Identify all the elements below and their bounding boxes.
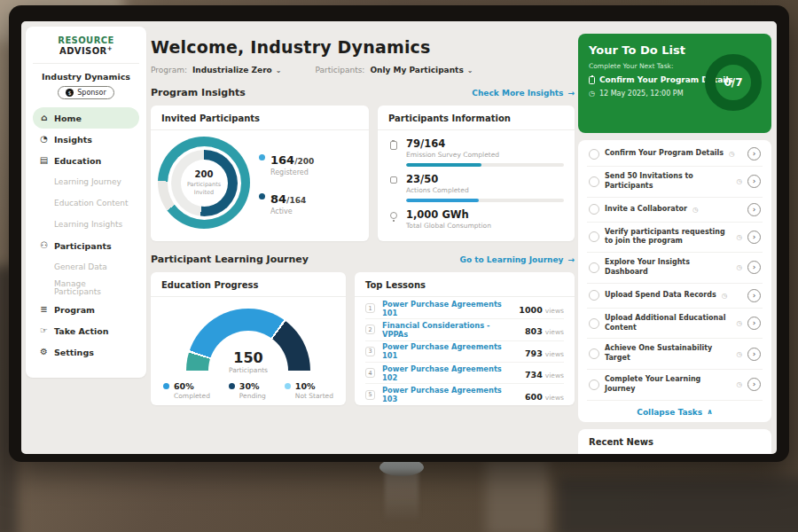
sidebar-item-label: Participants bbox=[54, 242, 112, 251]
sidebar-item-learning-insights[interactable]: Learning Insights bbox=[33, 214, 139, 235]
task-chevron-button[interactable]: › bbox=[747, 378, 761, 391]
lesson-row: 5 Power Purchase Agreements 103 600views bbox=[365, 384, 564, 405]
actions-icon bbox=[390, 176, 397, 184]
task-row[interactable]: Complete Your Learning Journey ◷ › bbox=[587, 370, 763, 401]
org-name: Industry Dynamics bbox=[33, 72, 139, 82]
survey-icon bbox=[390, 141, 397, 150]
program-filter-label: Program: bbox=[151, 66, 187, 74]
lesson-link[interactable]: Power Purchase Agreements 101 bbox=[382, 300, 512, 317]
task-row[interactable]: Confirm Your Program Details ◷ › bbox=[587, 142, 763, 167]
task-row[interactable]: Achieve One Sustainability Target ◷ › bbox=[587, 339, 763, 370]
lesson-link[interactable]: Power Purchase Agreements 103 bbox=[382, 386, 518, 403]
task-chevron-button[interactable]: › bbox=[747, 203, 761, 216]
task-chevron-button[interactable]: › bbox=[747, 348, 761, 361]
sponsor-icon: $ bbox=[66, 89, 74, 97]
check-more-insights-link[interactable]: Check More Insights → bbox=[472, 89, 575, 98]
desk-background: RESOURCE ADVISOR+ Industry Dynamics $ Sp… bbox=[0, 0, 798, 532]
arrow-right-icon: → bbox=[567, 255, 575, 264]
sidebar-item-label: Program bbox=[54, 306, 95, 315]
lesson-link[interactable]: Power Purchase Agreements 102 bbox=[382, 364, 518, 382]
todo-task-list: Confirm Your Program Details ◷ › Send 50… bbox=[578, 140, 771, 422]
rank-badge: 4 bbox=[365, 368, 375, 378]
legend-active: 84/164 Active bbox=[259, 190, 314, 215]
sidebar-item-label: Manage Participants bbox=[54, 280, 133, 296]
task-row[interactable]: Send 50 Invitations to Participants ◷ › bbox=[587, 167, 763, 198]
task-chevron-button[interactable]: › bbox=[747, 231, 761, 244]
participants-select[interactable]: Only My Participants ⌄ bbox=[370, 66, 473, 74]
sidebar-item-settings[interactable]: ⚙ Settings bbox=[33, 341, 139, 363]
timer-icon: ◷ bbox=[722, 292, 728, 300]
task-checkbox[interactable] bbox=[589, 231, 599, 242]
timer-icon: ◷ bbox=[736, 233, 742, 241]
sidebar-item-label: General Data bbox=[54, 263, 107, 271]
lesson-link[interactable]: Financial Considerations - VPPAs bbox=[382, 321, 518, 339]
recent-news-card: Recent News bbox=[578, 429, 771, 454]
home-icon: ⌂ bbox=[39, 113, 49, 122]
education-progress-card: Education Progress 150 Participants 60%C… bbox=[151, 272, 346, 405]
sidebar-item-label: Home bbox=[54, 114, 82, 123]
timer-icon: ◷ bbox=[729, 150, 735, 158]
sidebar-item-general-data[interactable]: General Data bbox=[33, 256, 139, 278]
task-row[interactable]: Verify participants requesting to join t… bbox=[587, 223, 763, 254]
main-content: Welcome, Industry Dynamics Program: Indu… bbox=[151, 21, 575, 454]
arrow-right-icon: → bbox=[567, 89, 575, 98]
sidebar-item-participants[interactable]: ⚇ Participants bbox=[33, 235, 139, 256]
participants-filter-label: Participants: bbox=[315, 66, 364, 74]
task-checkbox[interactable] bbox=[589, 379, 599, 390]
task-checkbox[interactable] bbox=[589, 318, 599, 329]
lesson-link[interactable]: Power Purchase Agreements 101 bbox=[382, 342, 518, 360]
task-row[interactable]: Invite a Collaborator ◷ › bbox=[587, 198, 763, 223]
clipboard-icon bbox=[589, 76, 595, 84]
go-to-learning-journey-link[interactable]: Go to Learning Journey → bbox=[460, 255, 575, 264]
task-chevron-button[interactable]: › bbox=[747, 289, 761, 302]
card-title: Invited Participants bbox=[151, 106, 369, 130]
timer-icon: ◷ bbox=[692, 206, 699, 214]
task-chevron-button[interactable]: › bbox=[747, 175, 761, 188]
task-row[interactable]: Explore Your Insights Dashboard ◷ › bbox=[587, 253, 763, 284]
program-select[interactable]: Industrialize Zero ⌄ bbox=[192, 66, 281, 74]
sidebar-item-program[interactable]: ≡ Program bbox=[33, 299, 139, 320]
task-row[interactable]: Upload Additional Educational Content ◷ … bbox=[587, 309, 763, 340]
learning-journey-title: Participant Learning Journey bbox=[151, 254, 309, 265]
sidebar-item-learning-journey[interactable]: Learning Journey bbox=[33, 171, 139, 192]
gauge-center-label: Participants bbox=[186, 366, 310, 374]
sidebar-item-education[interactable]: ▤ Education bbox=[33, 150, 139, 171]
recent-news-title: Recent News bbox=[589, 437, 761, 454]
task-checkbox[interactable] bbox=[589, 176, 599, 187]
task-chevron-button[interactable]: › bbox=[747, 147, 761, 160]
sidebar-item-label: Take Action bbox=[54, 327, 109, 336]
task-row[interactable]: Upload Spend Data Records ◷ › bbox=[587, 284, 763, 309]
sidebar-item-label: Education bbox=[54, 157, 101, 166]
task-checkbox[interactable] bbox=[589, 262, 599, 273]
lesson-row: 3 Power Purchase Agreements 101 793views bbox=[365, 341, 564, 363]
collapse-tasks-link[interactable]: Collapse Tasks ∧ bbox=[587, 401, 763, 421]
timer-icon: ◷ bbox=[736, 380, 742, 388]
donut-center-label: Participants Invited bbox=[185, 181, 223, 196]
task-chevron-button[interactable]: › bbox=[747, 317, 761, 330]
gear-icon: ⚙ bbox=[39, 348, 49, 356]
brand-logo: RESOURCE ADVISOR+ bbox=[33, 35, 139, 64]
task-checkbox[interactable] bbox=[589, 290, 599, 301]
sidebar: RESOURCE ADVISOR+ Industry Dynamics $ Sp… bbox=[26, 27, 146, 378]
task-checkbox[interactable] bbox=[589, 149, 599, 160]
monitor-bezel: RESOURCE ADVISOR+ Industry Dynamics $ Sp… bbox=[9, 5, 789, 462]
education-gauge-chart: 150 Participants bbox=[186, 309, 310, 371]
donut-center-value: 200 bbox=[195, 169, 214, 179]
lesson-row: 4 Power Purchase Agreements 102 734views bbox=[365, 363, 564, 384]
sidebar-item-education-content[interactable]: Education Content bbox=[33, 192, 139, 214]
rank-badge: 2 bbox=[365, 325, 375, 334]
task-chevron-button[interactable]: › bbox=[747, 261, 761, 274]
sidebar-item-insights[interactable]: ◔ Insights bbox=[33, 129, 139, 150]
stat-actions-completed: 23/50 Actions Completed bbox=[388, 173, 564, 202]
timer-icon: ◷ bbox=[736, 263, 742, 271]
brand-primary: RESOURCE bbox=[58, 35, 113, 45]
task-checkbox[interactable] bbox=[589, 204, 599, 215]
sidebar-nav: ⌂ Home ◔ Insights ▤ Education Learning J… bbox=[33, 107, 139, 363]
sidebar-item-manage-participants[interactable]: Manage Participants bbox=[33, 278, 139, 299]
rank-badge: 5 bbox=[365, 390, 375, 400]
sidebar-item-home[interactable]: ⌂ Home bbox=[33, 107, 139, 129]
sidebar-item-take-action[interactable]: ☞ Take Action bbox=[33, 320, 139, 341]
task-checkbox[interactable] bbox=[589, 348, 599, 359]
top-lessons-card: Top Lessons 1 Power Purchase Agreements … bbox=[355, 272, 575, 405]
insights-icon: ◔ bbox=[39, 135, 49, 144]
